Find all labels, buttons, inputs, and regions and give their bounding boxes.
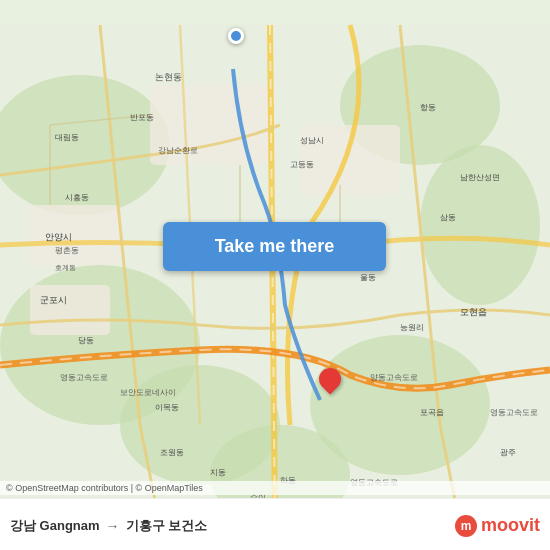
- svg-text:지동: 지동: [210, 468, 226, 477]
- svg-text:이목동: 이목동: [155, 403, 179, 412]
- svg-text:삼동: 삼동: [440, 213, 456, 222]
- svg-text:영동고속도로: 영동고속도로: [490, 408, 538, 417]
- svg-text:고등동: 고등동: [290, 160, 314, 169]
- svg-text:군포시: 군포시: [40, 295, 67, 305]
- svg-text:영동고속도로: 영동고속도로: [60, 373, 108, 382]
- map-attribution: © OpenStreetMap contributors | © OpenMap…: [0, 481, 550, 495]
- svg-text:반포동: 반포동: [130, 113, 154, 122]
- svg-rect-11: [30, 285, 110, 335]
- svg-text:강남순환로: 강남순환로: [158, 146, 198, 155]
- svg-rect-10: [30, 205, 120, 265]
- take-me-there-button[interactable]: Take me there: [163, 222, 386, 271]
- map-background: 논현동 대림동 반포동 강남순환로 시흥동 성남시 항동 남한산성면 안양시 평…: [0, 0, 550, 550]
- destination-label: 기흥구 보건소: [126, 517, 208, 535]
- svg-text:항동: 항동: [420, 103, 436, 112]
- svg-text:능원리: 능원리: [400, 323, 424, 332]
- svg-text:논현동: 논현동: [155, 72, 182, 82]
- arrow-icon: →: [106, 518, 120, 534]
- svg-text:평촌동: 평촌동: [55, 246, 79, 255]
- moovit-logo-text: moovit: [481, 515, 540, 536]
- svg-text:남한산성면: 남한산성면: [460, 173, 500, 182]
- svg-point-3: [420, 145, 540, 305]
- svg-text:모현읍: 모현읍: [460, 307, 487, 317]
- svg-text:보안도로네사이: 보안도로네사이: [120, 388, 176, 397]
- start-marker: [228, 28, 244, 44]
- moovit-icon: m: [455, 515, 477, 537]
- svg-text:호계동: 호계동: [55, 264, 76, 271]
- destination-marker: [319, 368, 341, 396]
- svg-text:포곡읍: 포곡읍: [420, 408, 444, 417]
- origin-label: 강남 Gangnam: [10, 517, 100, 535]
- svg-text:당동: 당동: [78, 336, 94, 345]
- svg-text:대림동: 대림동: [55, 133, 79, 142]
- svg-text:안양시: 안양시: [45, 232, 72, 242]
- svg-text:울동: 울동: [360, 273, 376, 282]
- moovit-logo: m moovit: [455, 515, 540, 537]
- svg-text:양동고속도로: 양동고속도로: [370, 373, 418, 382]
- bottom-bar: 강남 Gangnam → 기흥구 보건소 m moovit: [0, 498, 550, 550]
- svg-text:조원동: 조원동: [160, 448, 184, 457]
- svg-text:시흥동: 시흥동: [65, 193, 89, 202]
- svg-text:광주: 광주: [500, 448, 516, 457]
- route-info: 강남 Gangnam → 기흥구 보건소: [10, 517, 207, 535]
- svg-text:성남시: 성남시: [300, 136, 324, 145]
- map-container: 논현동 대림동 반포동 강남순환로 시흥동 성남시 항동 남한산성면 안양시 평…: [0, 0, 550, 550]
